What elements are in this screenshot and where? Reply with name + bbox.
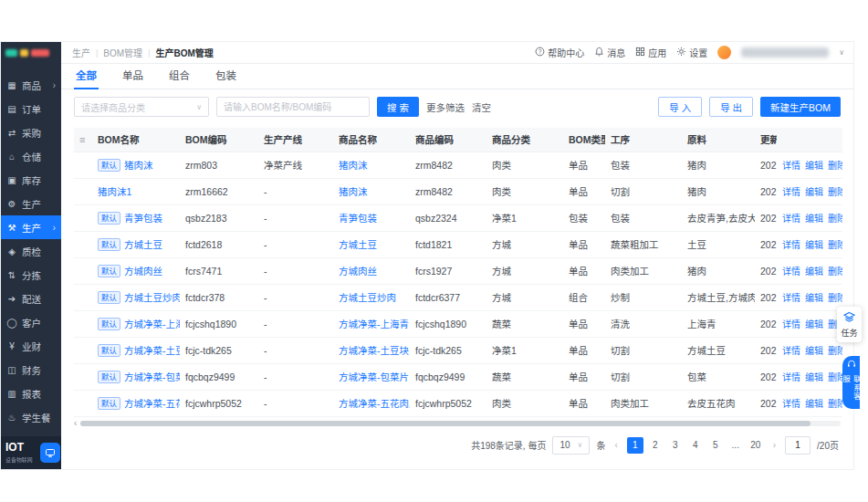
product-name-link[interactable]: 方城净菜-包菜片	[339, 371, 409, 382]
bom-name-link[interactable]: 方城肉丝	[124, 266, 162, 277]
bom-name-link[interactable]: 猪肉沫1	[98, 186, 131, 197]
settings-link[interactable]: 设置	[676, 46, 707, 59]
messages-link[interactable]: 消息	[594, 46, 625, 59]
sidebar-item-inventory[interactable]: ▣ 库存 ›	[1, 168, 61, 192]
column-settings-icon[interactable]: ≡	[79, 134, 85, 145]
detail-link[interactable]: 详情	[782, 187, 800, 197]
delete-link[interactable]: 删除	[828, 187, 842, 197]
breadcrumb-item-bom[interactable]: BOM管理	[103, 46, 142, 59]
page-number[interactable]: 2	[647, 437, 664, 454]
sidebar-item-warehouse[interactable]: ⌂ 仓储 ›	[1, 144, 61, 168]
detail-link[interactable]: 详情	[782, 240, 800, 250]
product-name-link[interactable]: 方城净菜-五花肉片	[339, 398, 410, 409]
detail-link[interactable]: 详情	[782, 161, 800, 171]
delete-link[interactable]: 删除	[828, 240, 842, 250]
sidebar-item-qc[interactable]: ◈ 质检 ›	[1, 239, 61, 263]
contact-support-button[interactable]: 联系客服	[842, 356, 860, 409]
page-number[interactable]: ...	[727, 437, 744, 454]
edit-link[interactable]: 编辑	[805, 267, 823, 277]
edit-link[interactable]: 编辑	[805, 372, 823, 382]
import-button[interactable]: 导 入	[658, 97, 702, 117]
create-bom-button[interactable]: 新建生产BOM	[760, 97, 841, 117]
bom-name-link[interactable]: 方城净菜-五花肉片	[124, 398, 180, 409]
iot-device-icon[interactable]	[40, 443, 60, 463]
sidebar-item-finance[interactable]: ◫ 财务 ›	[1, 358, 61, 382]
sidebar-item-sorting[interactable]: ⇅ 分拣 ›	[1, 263, 61, 287]
edit-link[interactable]: 编辑	[805, 319, 823, 329]
next-page-button[interactable]: ›	[770, 440, 779, 450]
product-name-link[interactable]: 方城土豆	[339, 239, 377, 250]
product-name-link[interactable]: 方城净菜-上海青	[339, 319, 409, 329]
sidebar-item-reports[interactable]: ▥ 报表 ›	[1, 382, 61, 405]
bom-keyword-field[interactable]	[216, 97, 370, 117]
edit-link[interactable]: 编辑	[805, 187, 823, 197]
search-button[interactable]: 搜 索	[377, 97, 419, 117]
bom-name-link[interactable]: 方城净菜-包菜片	[124, 371, 180, 382]
avatar[interactable]	[717, 46, 731, 59]
bom-name-link[interactable]: 猪肉沫	[124, 160, 153, 171]
detail-link[interactable]: 详情	[782, 399, 800, 409]
detail-link[interactable]: 详情	[782, 293, 800, 303]
sidebar-item-purchase[interactable]: ⇄ 采购 ›	[1, 120, 61, 144]
detail-link[interactable]: 详情	[782, 372, 800, 382]
prev-page-button[interactable]: ‹	[612, 440, 620, 450]
edit-link[interactable]: 编辑	[805, 346, 823, 356]
bom-name-link[interactable]: 方城净菜-土豆块	[124, 345, 180, 356]
page-jump-input[interactable]: 1	[785, 436, 810, 455]
product-name-link[interactable]: 方城肉丝	[339, 266, 377, 277]
more-filters-link[interactable]: 更多筛选	[426, 100, 465, 114]
page-number[interactable]: 5	[707, 437, 724, 454]
detail-link[interactable]: 详情	[782, 346, 800, 356]
product-name-link[interactable]: 方城土豆炒肉	[339, 292, 396, 303]
detail-link[interactable]: 详情	[782, 267, 800, 277]
delete-link[interactable]: 删除	[828, 161, 842, 171]
product-name-link[interactable]: 方城净菜-土豆块	[339, 345, 409, 356]
tab-single[interactable]: 单品	[120, 68, 145, 89]
product-name-link[interactable]: 猪肉沫	[339, 160, 368, 171]
breadcrumb-item-production[interactable]: 生产	[72, 46, 90, 59]
export-button[interactable]: 导 出	[709, 97, 753, 117]
sidebar-item-student-meal[interactable]: ♨ 学生餐 ›	[1, 405, 61, 429]
product-name-link[interactable]: 青笋包装	[339, 213, 377, 224]
task-panel-button[interactable]: 任务	[837, 307, 862, 342]
product-name-link[interactable]: 猪肉沫	[339, 186, 368, 197]
page-size-select[interactable]: 10 ∨	[552, 436, 590, 455]
delete-link[interactable]: 删除	[828, 346, 842, 356]
page-number[interactable]: 20	[748, 437, 764, 454]
edit-link[interactable]: 编辑	[805, 293, 823, 303]
bom-name-link[interactable]: 方城土豆炒肉	[124, 292, 180, 303]
bom-name-link[interactable]: 方城土豆	[124, 239, 162, 250]
edit-link[interactable]: 编辑	[805, 161, 823, 171]
detail-link[interactable]: 详情	[782, 319, 800, 329]
apps-link[interactable]: 应用	[635, 46, 666, 59]
tab-all[interactable]: 全部	[74, 68, 99, 89]
bom-name-link[interactable]: 青笋包装	[124, 213, 162, 224]
chevron-down-icon[interactable]: ∨	[839, 48, 844, 57]
tab-package[interactable]: 包装	[214, 68, 238, 89]
sidebar-item-orders[interactable]: ▤ 订单 ›	[1, 97, 61, 120]
detail-link[interactable]: 详情	[782, 214, 800, 224]
sidebar-item-production[interactable]: ⚒ 生产 ›	[1, 215, 61, 239]
scrollbar-thumb[interactable]	[80, 421, 810, 426]
delete-link[interactable]: 删除	[828, 267, 842, 277]
bom-name-link[interactable]: 方城净菜-上海青	[124, 319, 180, 329]
page-number[interactable]: 3	[667, 437, 684, 454]
page-number[interactable]: 1	[627, 437, 643, 454]
help-center-link[interactable]: ? 帮助中心	[535, 46, 584, 59]
bom-keyword-input[interactable]	[224, 102, 362, 112]
edit-link[interactable]: 编辑	[805, 214, 823, 224]
scroll-left-icon[interactable]: ‹	[74, 420, 77, 427]
edit-link[interactable]: 编辑	[805, 399, 823, 409]
edit-link[interactable]: 编辑	[805, 240, 823, 250]
sidebar-item-production-plan[interactable]: ⚙ 生产 ›	[1, 192, 61, 215]
sidebar-item-customers[interactable]: ◯ 客户 ›	[1, 310, 61, 334]
category-select[interactable]: 请选择商品分类 ∨	[74, 97, 209, 117]
sidebar-item-delivery[interactable]: ➔ 配送 ›	[1, 287, 61, 310]
scrollbar-track[interactable]	[80, 421, 841, 426]
clear-filters-link[interactable]: 清空	[472, 100, 491, 114]
page-number[interactable]: 4	[687, 437, 704, 454]
delete-link[interactable]: 删除	[828, 293, 842, 303]
delete-link[interactable]: 删除	[828, 214, 842, 224]
sidebar-item-goods[interactable]: ▦ 商品 ›	[1, 73, 61, 97]
sidebar-item-bizfinance[interactable]: ¥ 业财 ›	[1, 334, 61, 358]
